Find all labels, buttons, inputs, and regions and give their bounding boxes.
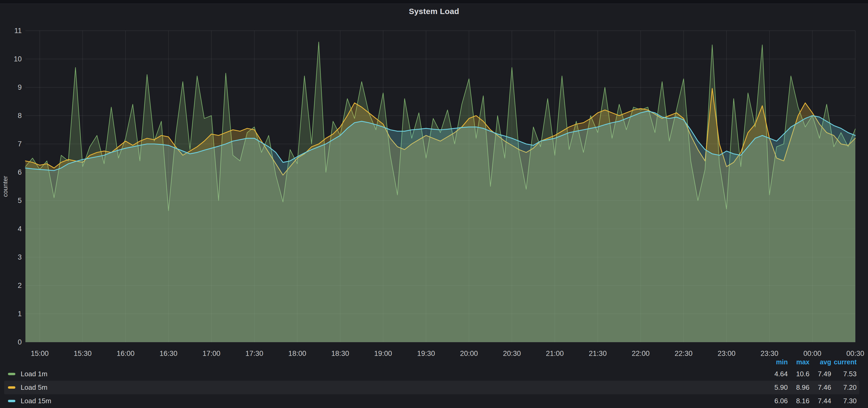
x-tick-label: 00:00 (803, 349, 822, 358)
stat-avg: 7.49 (809, 370, 831, 378)
series-color-swatch[interactable] (8, 373, 16, 375)
stat-current: 7.30 (831, 397, 857, 405)
y-tick-label: 7 (18, 140, 22, 148)
series-label[interactable]: Load 5m (21, 383, 48, 392)
x-tick-label: 20:00 (460, 349, 478, 358)
x-tick-label: 19:30 (417, 349, 435, 358)
x-tick-label: 16:30 (160, 349, 178, 358)
x-tick-label: 23:30 (761, 349, 778, 358)
y-tick-label: 6 (18, 168, 22, 176)
chart-svg[interactable]: 0123456789101115:0015:3016:0016:3017:001… (0, 0, 868, 408)
x-tick-label: 17:30 (245, 349, 264, 358)
y-tick-label: 8 (18, 112, 22, 120)
x-tick-label: 18:30 (331, 349, 349, 358)
stat-min: 5.90 (766, 383, 788, 392)
legend-column-min[interactable]: min (766, 358, 788, 366)
x-tick-label: 17:00 (203, 349, 221, 358)
x-tick-label: 18:00 (288, 349, 306, 358)
x-tick-label: 16:00 (117, 349, 134, 358)
legend-column-avg[interactable]: avg (809, 358, 831, 366)
stat-max: 10.6 (788, 370, 809, 378)
legend: min max avg current Load 1m 4.64 10.6 7.… (0, 358, 868, 408)
stat-avg: 7.46 (809, 383, 831, 392)
legend-column-max[interactable]: max (788, 358, 809, 366)
y-tick-label: 0 (18, 338, 22, 346)
stat-current: 7.20 (831, 383, 857, 392)
legend-row-load-15m: Load 15m 6.06 8.16 7.44 7.30 (4, 394, 859, 408)
y-tick-label: 3 (18, 253, 22, 261)
series-color-swatch[interactable] (8, 386, 16, 389)
x-tick-label: 21:00 (546, 349, 564, 358)
series-label[interactable]: Load 1m (21, 370, 48, 378)
x-tick-label: 23:00 (718, 349, 736, 358)
legend-row-load-1m: Load 1m 4.64 10.6 7.49 7.53 (4, 367, 859, 381)
y-tick-label: 10 (14, 55, 22, 63)
y-tick-label: 2 (18, 281, 22, 290)
legend-row-load-5m: Load 5m 5.90 8.96 7.46 7.20 (4, 381, 859, 394)
x-tick-label: 20:30 (503, 349, 521, 358)
series-color-swatch[interactable] (8, 400, 16, 402)
x-tick-label: 15:30 (73, 349, 92, 358)
x-tick-label: 00:30 (846, 349, 864, 358)
series-label[interactable]: Load 15m (21, 397, 51, 405)
y-axis-label: counter (2, 176, 9, 197)
stat-avg: 7.44 (809, 397, 831, 405)
x-tick-label: 21:30 (589, 349, 607, 358)
x-tick-label: 15:00 (31, 349, 49, 358)
stat-max: 8.96 (788, 383, 809, 392)
stat-min: 4.64 (766, 370, 788, 378)
y-tick-label: 1 (18, 310, 22, 318)
y-tick-label: 4 (18, 225, 22, 233)
stat-current: 7.53 (831, 370, 857, 378)
x-tick-label: 22:30 (675, 349, 693, 358)
y-tick-label: 9 (18, 83, 22, 91)
legend-header: min max avg current (4, 358, 859, 366)
stat-min: 6.06 (766, 397, 788, 405)
y-tick-label: 5 (18, 197, 22, 205)
y-tick-label: 11 (14, 27, 22, 35)
x-tick-label: 19:00 (374, 349, 392, 358)
stat-max: 8.16 (788, 397, 809, 405)
legend-column-current[interactable]: current (831, 358, 857, 366)
x-tick-label: 22:00 (632, 349, 650, 358)
